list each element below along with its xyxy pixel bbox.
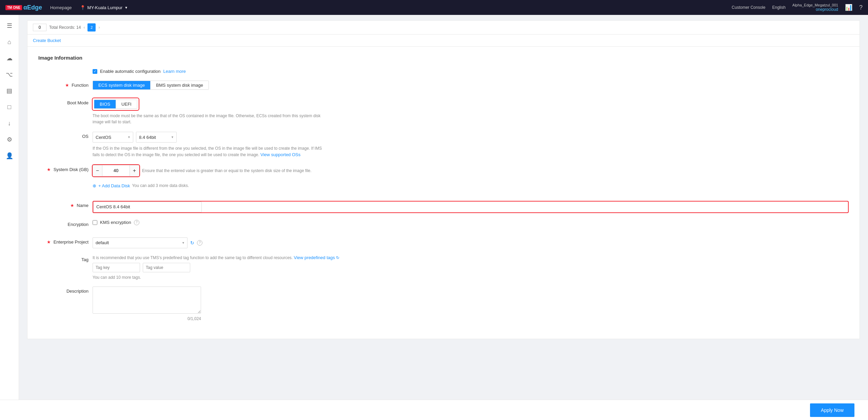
os-version-select-wrapper: 8.4 64bit 7.9 64bit 6.10 64bit [136, 132, 177, 143]
language-selector[interactable]: English [772, 5, 785, 10]
encryption-label: Encryption [38, 220, 93, 227]
pagination-input-wrapper [33, 24, 46, 31]
tag-row: Tag It is recommended that you use TMS's… [38, 255, 849, 280]
page-btn-1[interactable]: 2 [87, 23, 96, 31]
function-row: ★ Function ECS system disk image BMS sys… [38, 81, 849, 91]
enterprise-project-label: ★ Enterprise Project [38, 237, 93, 245]
system-disk-decrement-btn[interactable]: − [93, 165, 102, 176]
add-data-disk-btn[interactable]: ⊕ + Add Data Disk You can add 3 more dat… [93, 183, 849, 188]
image-information-section: Image Information ✓ Enable automatic con… [27, 46, 860, 339]
sidebar-storage-icon[interactable]: □ [3, 100, 16, 114]
sidebar-monitor-icon[interactable]: ▤ [3, 84, 16, 98]
enterprise-project-row: ★ Enterprise Project default ↻ ? [38, 237, 849, 248]
tag-hint: It is recommended that you use TMS's pre… [93, 255, 849, 260]
add-data-disk-row: ⊕ + Add Data Disk You can add 3 more dat… [38, 183, 849, 194]
os-row: OS CentOS Ubuntu Windows [38, 132, 849, 158]
description-content: 0/1,024 [93, 287, 849, 321]
chevron-down-icon: ▼ [124, 6, 128, 9]
boot-mode-highlight: BIOS UEFI [93, 98, 139, 110]
system-disk-hint: Ensure that the entered value is greater… [142, 168, 312, 173]
name-input-highlight [93, 201, 849, 213]
sidebar-home-icon[interactable]: ⌂ [3, 35, 16, 49]
next-page-icon[interactable]: › [98, 25, 100, 30]
logo-area: TM ONE αEdge [5, 4, 42, 11]
nav-location[interactable]: 📍 MY-Kuala Lumpur ▼ [80, 5, 128, 10]
sidebar-network-icon[interactable]: ⌥ [3, 68, 16, 81]
enterprise-select-wrapper: default [93, 237, 188, 248]
function-label: ★ Function [38, 81, 93, 88]
customer-console-link[interactable]: Customer Console [732, 5, 765, 10]
edge-logo: αEdge [23, 4, 42, 11]
function-required-star: ★ [65, 83, 69, 88]
chart-icon[interactable]: 📊 [845, 4, 852, 11]
description-textarea[interactable] [93, 287, 201, 314]
system-disk-highlight: − + [93, 165, 139, 176]
auto-config-row: ✓ Enable automatic configuration Learn m… [38, 69, 849, 74]
auto-config-label: Enable automatic configuration [100, 69, 161, 74]
sidebar-user-icon[interactable]: 👤 [3, 149, 16, 163]
boot-mode-bios-btn[interactable]: BIOS [94, 100, 116, 108]
encryption-checkbox[interactable] [93, 220, 97, 225]
create-bucket-link[interactable]: Create Bucket [33, 38, 61, 43]
system-disk-row: ★ System Disk (GB) − + Ensure that the e… [38, 165, 849, 176]
os-select[interactable]: CentOS Ubuntu Windows [93, 132, 133, 143]
tag-value-input[interactable] [143, 263, 190, 272]
auto-config-checkbox[interactable]: ✓ [93, 69, 97, 74]
learn-more-link[interactable]: Learn more [163, 69, 186, 74]
function-btn-group: ECS system disk image BMS system disk im… [93, 81, 209, 90]
os-version-select[interactable]: 8.4 64bit 7.9 64bit 6.10 64bit [136, 132, 177, 143]
sidebar-menu-icon[interactable]: ☰ [3, 19, 16, 33]
name-row: ★ Name [38, 201, 849, 213]
account-display: oneprocloud [816, 7, 838, 12]
sidebar-cloud-icon[interactable]: ☁ [3, 51, 16, 65]
name-input[interactable] [93, 202, 202, 212]
sidebar: ☰ ⌂ ☁ ⌥ ▤ □ ↓ ⚙ 👤 [0, 15, 19, 420]
enterprise-project-select[interactable]: default [93, 237, 188, 248]
prev-page-icon[interactable]: ‹ [83, 25, 85, 30]
nav-homepage[interactable]: Homepage [50, 5, 72, 10]
boot-mode-uefi-btn[interactable]: UEFI [116, 100, 137, 108]
os-warning: If the OS in the image file is different… [93, 145, 330, 158]
encryption-row: Encryption KMS encryption ? [38, 220, 849, 231]
sidebar-download-icon[interactable]: ↓ [3, 117, 16, 130]
enterprise-refresh-icon[interactable]: ↻ [190, 240, 194, 246]
sidebar-settings-icon[interactable]: ⚙ [3, 133, 16, 146]
kms-label: KMS encryption [100, 220, 131, 225]
system-disk-label: ★ System Disk (GB) [38, 165, 93, 172]
function-content: ECS system disk image BMS system disk im… [93, 81, 849, 90]
boot-mode-row: Boot Mode BIOS UEFI The boot mode must b… [38, 98, 849, 125]
boot-mode-content: BIOS UEFI The boot mode must be the same… [93, 98, 849, 125]
nav-location-label: MY-Kuala Lumpur [87, 5, 123, 10]
section-title: Image Information [38, 55, 849, 61]
apply-now-button[interactable]: Apply Now [810, 403, 854, 417]
enterprise-required-star: ★ [47, 239, 51, 245]
name-content [93, 201, 849, 213]
view-supported-os-link[interactable]: View supported OSs [260, 152, 300, 157]
system-disk-stepper: − + [93, 165, 139, 176]
view-predefined-tags-link[interactable]: View predefined tags [294, 255, 335, 260]
os-label: OS [38, 132, 93, 139]
system-disk-input[interactable] [102, 165, 130, 176]
pagination-bar: Total Records: 14 ‹ 2 › [27, 20, 860, 34]
page-input[interactable] [33, 24, 46, 31]
system-disk-content: − + Ensure that the entered value is gre… [93, 165, 849, 176]
function-ecs-btn[interactable]: ECS system disk image [93, 81, 151, 89]
system-disk-increment-btn[interactable]: + [130, 165, 139, 176]
encryption-content: KMS encryption ? [93, 220, 849, 225]
enterprise-help-icon[interactable]: ? [197, 240, 202, 246]
location-icon: 📍 [80, 5, 85, 10]
description-char-count: 0/1,024 [93, 316, 201, 321]
description-label: Description [38, 287, 93, 294]
encryption-help-icon[interactable]: ? [134, 220, 139, 225]
main-content: Total Records: 14 ‹ 2 › Create Bucket Im… [19, 15, 868, 420]
boot-mode-warning: The boot mode must be the same as that o… [93, 113, 330, 125]
function-bms-btn[interactable]: BMS system disk image [151, 81, 209, 89]
predefined-tags-refresh-icon[interactable]: ↻ [336, 255, 339, 260]
bottom-bar: Apply Now [0, 400, 868, 420]
total-records-label: Total Records: 14 [49, 25, 81, 30]
name-label: ★ Name [38, 201, 93, 208]
add-disk-hint: You can add 3 more data disks. [132, 183, 189, 188]
help-icon[interactable]: ? [859, 4, 863, 11]
tag-key-input[interactable] [93, 263, 140, 272]
function-buttons: ECS system disk image BMS system disk im… [93, 81, 849, 90]
